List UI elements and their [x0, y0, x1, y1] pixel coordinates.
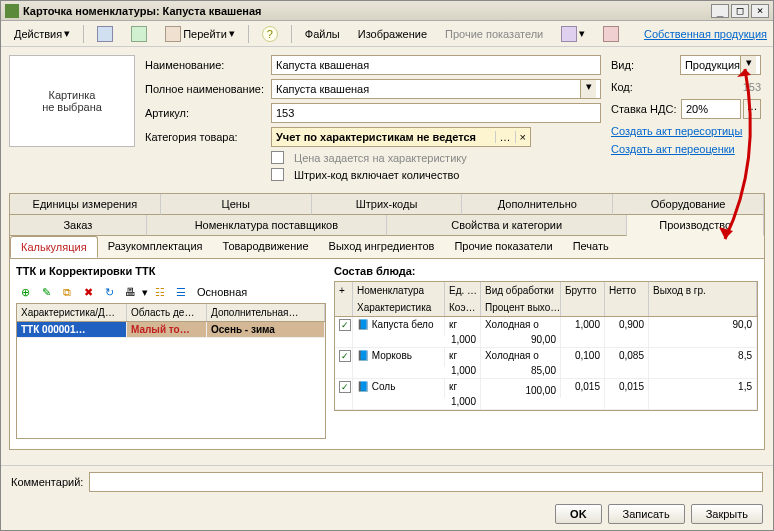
tab-properties[interactable]: Свойства и категории [387, 215, 627, 236]
subtab-calculation[interactable]: Калькуляция [10, 236, 98, 258]
actions-button[interactable]: Действия ▾ [7, 24, 77, 43]
price-by-char-checkbox[interactable] [271, 151, 284, 164]
dish-row[interactable]: ✓📘 Солькг1,000100,000,0150,0151,5 [335, 379, 757, 410]
tab-production[interactable]: Производство [627, 215, 764, 236]
toolbar-btn-3[interactable]: ▾ [554, 23, 592, 45]
outer-tabs-row2: Заказ Номенклатура поставщиков Свойства … [10, 215, 764, 236]
image-button[interactable]: Изображение [351, 25, 434, 43]
act-reval-link[interactable]: Создать акт переоценки [611, 143, 735, 155]
tab-barcodes[interactable]: Штрих-коды [312, 194, 463, 215]
app-icon [5, 4, 19, 18]
save-button[interactable]: Записать [608, 504, 685, 524]
ok-button[interactable]: OK [555, 504, 602, 524]
vat-more-button[interactable]: … [743, 99, 761, 119]
tab-suppliers[interactable]: Номенклатура поставщиков [147, 215, 387, 236]
titlebar: Карточка номенклатуры: Капуста квашеная … [1, 1, 773, 21]
tab-equipment[interactable]: Оборудование [613, 194, 764, 215]
toolbar-btn-1[interactable] [90, 23, 120, 45]
category-select[interactable]: Учет по характеристикам не ведется … × [271, 127, 531, 147]
price-by-char-label: Цена задается на характеристику [294, 152, 467, 164]
ellipsis-icon[interactable]: … [495, 131, 515, 143]
category-label: Категория товара: [145, 131, 265, 143]
main-ttk-label: Основная [197, 286, 247, 298]
dish-grid[interactable]: + Номенклатура Характеристика Ед. … Коэ…… [334, 281, 758, 411]
ttk-grid[interactable]: Характеристика/Д… Область де… Дополнител… [16, 303, 326, 439]
tab-units[interactable]: Единицы измерения [10, 194, 161, 215]
name-label: Наименование: [145, 59, 265, 71]
subtab-print[interactable]: Печать [563, 236, 619, 258]
article-input[interactable] [271, 103, 601, 123]
chevron-down-icon[interactable]: ▾ [740, 56, 756, 74]
toolbar: Действия ▾ Перейти ▾ ? Файлы Изображение… [1, 21, 773, 47]
vat-label: Ставка НДС: [611, 103, 681, 115]
subtab-movement[interactable]: Товародвижение [213, 236, 319, 258]
code-label: Код: [611, 81, 681, 93]
print-icon[interactable]: 🖶 [121, 283, 139, 301]
type-label: Вид: [611, 59, 680, 71]
own-production-link[interactable]: Собственная продукция [644, 28, 767, 40]
subtab-decomposition[interactable]: Разукомплектация [98, 236, 213, 258]
window-title: Карточка номенклатуры: Капуста квашеная [23, 5, 711, 17]
minimize-button[interactable]: _ [711, 4, 729, 18]
comment-label: Комментарий: [11, 476, 83, 488]
copy-icon[interactable]: ⧉ [58, 283, 76, 301]
barcode-qty-label: Штрих-код включает количество [294, 169, 459, 181]
clear-icon[interactable]: × [515, 131, 530, 143]
type-select[interactable]: Продукция▾ [680, 55, 761, 75]
check-icon[interactable]: ✓ [339, 319, 351, 331]
add-icon[interactable]: ⊕ [16, 283, 34, 301]
code-value: 153 [681, 81, 761, 93]
sub-tabs: Калькуляция Разукомплектация Товародвиже… [10, 236, 764, 259]
image-placeholder[interactable]: Картинка не выбрана [9, 55, 135, 147]
outer-tabs-row1: Единицы измерения Цены Штрих-коды Дополн… [10, 194, 764, 215]
tab-prices[interactable]: Цены [161, 194, 312, 215]
maximize-button[interactable]: □ [731, 4, 749, 18]
help-button[interactable]: ? [255, 23, 285, 45]
toolbar-btn-4[interactable] [596, 23, 626, 45]
comment-input[interactable] [89, 472, 763, 492]
goto-button[interactable]: Перейти ▾ [158, 23, 242, 45]
barcode-qty-checkbox[interactable] [271, 168, 284, 181]
list-icon[interactable]: ☰ [172, 283, 190, 301]
check-icon[interactable]: ✓ [339, 350, 351, 362]
files-button[interactable]: Файлы [298, 25, 347, 43]
subtab-ingredients-out[interactable]: Выход ингредиентов [319, 236, 445, 258]
tab-order[interactable]: Заказ [10, 215, 147, 236]
dish-row[interactable]: ✓📘 Капуста белокг1,000Холодная о90,001,0… [335, 317, 757, 348]
act-resort-link[interactable]: Создать акт пересортицы [611, 125, 742, 137]
tree-icon[interactable]: ☷ [151, 283, 169, 301]
ttk-row[interactable]: ТТК 000001… Малый то… Осень - зима [17, 322, 325, 338]
toolbar-btn-2[interactable] [124, 23, 154, 45]
ttk-title: ТТК и Корректировки ТТК [16, 265, 326, 277]
edit-icon[interactable]: ✎ [37, 283, 55, 301]
tab-additional[interactable]: Дополнительно [462, 194, 613, 215]
dish-row[interactable]: ✓📘 Морковькг1,000Холодная о85,000,1000,0… [335, 348, 757, 379]
other-indicators-button[interactable]: Прочие показатели [438, 25, 550, 43]
chevron-down-icon[interactable]: ▾ [580, 80, 596, 98]
close-window-button[interactable]: Закрыть [691, 504, 763, 524]
refresh-icon[interactable]: ↻ [100, 283, 118, 301]
fullname-select[interactable]: Капуста квашеная▾ [271, 79, 601, 99]
dish-title: Состав блюда: [334, 265, 758, 277]
close-button[interactable]: × [751, 4, 769, 18]
check-icon[interactable]: ✓ [339, 381, 351, 393]
chevron-down-icon: ▾ [64, 27, 70, 40]
subtab-other[interactable]: Прочие показатели [444, 236, 562, 258]
article-label: Артикул: [145, 107, 265, 119]
delete-icon[interactable]: ✖ [79, 283, 97, 301]
name-input[interactable] [271, 55, 601, 75]
fullname-label: Полное наименование: [145, 83, 265, 95]
vat-select[interactable]: 20% [681, 99, 741, 119]
